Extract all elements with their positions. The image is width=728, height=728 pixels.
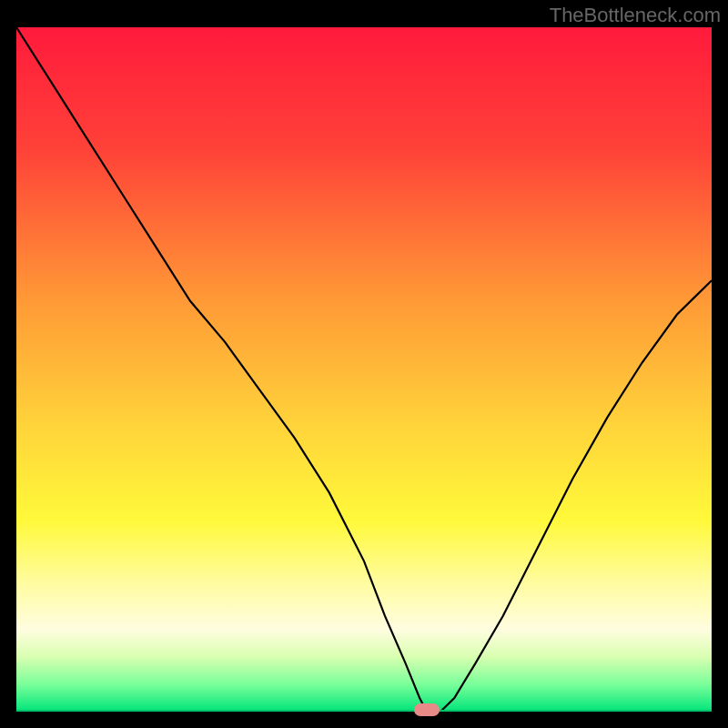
- plot-svg: [16, 27, 712, 712]
- chart-container: TheBottleneck.com: [0, 0, 728, 728]
- watermark-label: TheBottleneck.com: [550, 4, 721, 27]
- plot-area: [16, 27, 712, 712]
- gradient-background: [16, 27, 712, 712]
- optimal-point-marker: [414, 703, 440, 716]
